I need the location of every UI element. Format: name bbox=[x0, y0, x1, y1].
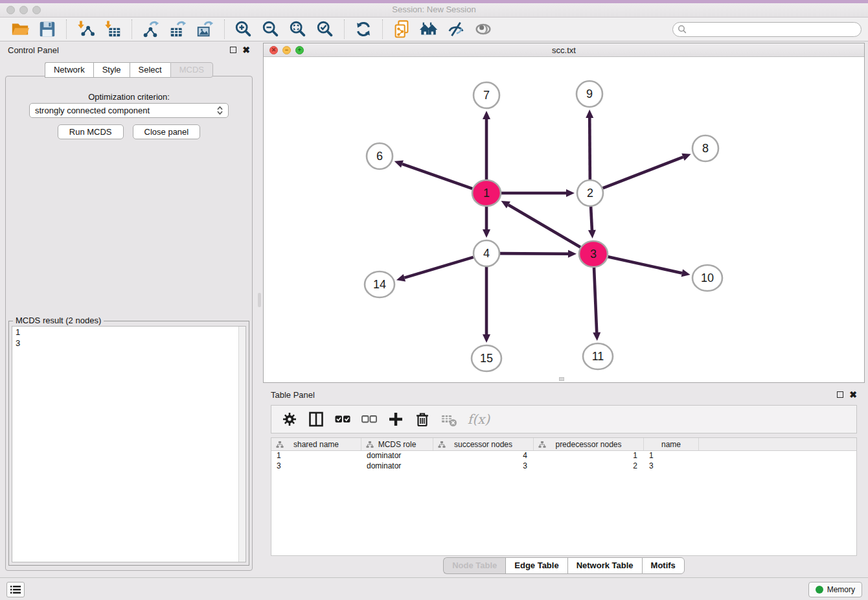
import-network-button[interactable] bbox=[72, 18, 99, 40]
gear-button[interactable] bbox=[278, 408, 301, 431]
column-header-name[interactable]: name bbox=[644, 438, 699, 450]
graph-node-14[interactable]: 14 bbox=[365, 271, 394, 297]
column-header-shared-name[interactable]: shared name bbox=[271, 438, 361, 450]
cell[interactable]: 4 bbox=[433, 451, 534, 461]
export-table-button[interactable] bbox=[165, 18, 192, 40]
criterion-dropdown[interactable]: strongly connected component bbox=[29, 103, 229, 118]
tab-motifs[interactable]: Motifs bbox=[642, 557, 685, 574]
cell[interactable]: 1 bbox=[534, 451, 644, 461]
tab-network[interactable]: Network bbox=[45, 62, 93, 78]
tab-style[interactable]: Style bbox=[93, 62, 130, 78]
sort-column-icon[interactable] bbox=[538, 441, 546, 448]
cell[interactable]: 3 bbox=[644, 461, 699, 472]
zoom-in-button[interactable] bbox=[230, 18, 257, 40]
mcds-result-line: 3 bbox=[12, 338, 246, 349]
network-window-titlebar[interactable]: ✕ − + scc.txt bbox=[264, 43, 864, 57]
cell[interactable]: 1 bbox=[271, 451, 361, 461]
status-bar: Memory bbox=[0, 577, 868, 600]
edge-3-11[interactable] bbox=[594, 268, 597, 332]
tab-node-table[interactable]: Node Table bbox=[443, 557, 505, 574]
float-panel-icon[interactable] bbox=[230, 47, 236, 53]
table-row[interactable]: 3dominator323 bbox=[271, 461, 856, 472]
close-panel-button[interactable]: Close panel bbox=[133, 124, 201, 139]
graph-node-7[interactable]: 7 bbox=[474, 82, 499, 108]
column-header-successor-nodes[interactable]: successor nodes bbox=[433, 438, 534, 450]
select-all-button[interactable] bbox=[331, 408, 354, 431]
run-mcds-button[interactable]: Run MCDS bbox=[58, 124, 124, 139]
show-eye-icon bbox=[474, 19, 493, 39]
copy-network-button[interactable] bbox=[388, 18, 415, 40]
homes-button[interactable] bbox=[415, 18, 442, 40]
cell[interactable]: 3 bbox=[271, 461, 361, 472]
function-builder-button[interactable]: f(x) bbox=[464, 408, 494, 431]
column-header-predecessor-nodes[interactable]: predecessor nodes bbox=[534, 438, 644, 450]
toolbar-separator bbox=[382, 19, 383, 39]
show-panels-button[interactable] bbox=[6, 582, 25, 597]
import-table-button[interactable] bbox=[99, 18, 126, 40]
tab-mcds[interactable]: MCDS bbox=[170, 62, 213, 78]
graph-node-2[interactable]: 2 bbox=[577, 180, 603, 206]
edge-arrowhead bbox=[483, 111, 490, 119]
node-table: shared nameMCDS rolesuccessor nodesprede… bbox=[271, 437, 857, 556]
graph-node-10[interactable]: 10 bbox=[692, 265, 722, 291]
export-image-button[interactable] bbox=[192, 18, 219, 40]
add-button[interactable] bbox=[384, 408, 407, 431]
close-panel-icon[interactable]: ✖ bbox=[242, 45, 250, 54]
graph-node-3[interactable]: 3 bbox=[579, 241, 608, 267]
search-box bbox=[672, 22, 862, 37]
zoom-selected-button[interactable] bbox=[312, 18, 339, 40]
graph-node-11[interactable]: 11 bbox=[583, 343, 613, 369]
search-input[interactable] bbox=[672, 22, 862, 37]
edge-4-14[interactable] bbox=[404, 257, 473, 278]
graph-node-6[interactable]: 6 bbox=[367, 143, 393, 169]
network-graph[interactable]: 7968124314101511 bbox=[264, 57, 864, 382]
network-canvas[interactable]: 7968124314101511 bbox=[264, 57, 864, 382]
export-network-button[interactable] bbox=[137, 18, 165, 40]
table-row[interactable]: 1dominator411 bbox=[271, 451, 856, 461]
graph-node-1[interactable]: 1 bbox=[472, 180, 501, 206]
edge-2-9[interactable] bbox=[589, 118, 590, 179]
refresh-button[interactable] bbox=[350, 18, 377, 40]
graph-node-15[interactable]: 15 bbox=[472, 345, 501, 371]
zoom-fit-button[interactable] bbox=[284, 18, 312, 40]
memory-button[interactable]: Memory bbox=[808, 582, 862, 597]
node-label: 6 bbox=[376, 150, 383, 163]
open-folder-button[interactable] bbox=[6, 18, 34, 40]
delete-button[interactable] bbox=[411, 408, 434, 431]
zoom-out-button[interactable] bbox=[257, 18, 284, 40]
save-button[interactable] bbox=[34, 18, 61, 40]
close-table-panel-icon[interactable]: ✖ bbox=[849, 390, 857, 399]
graph-node-9[interactable]: 9 bbox=[577, 81, 602, 107]
mcds-result-scrollbar[interactable] bbox=[238, 327, 246, 562]
unselect-all-button[interactable] bbox=[358, 408, 381, 431]
cell[interactable]: 1 bbox=[644, 451, 699, 461]
columns-button[interactable] bbox=[304, 408, 328, 431]
mcds-result-list[interactable]: 1 3 bbox=[12, 326, 246, 562]
edge-1-6[interactable] bbox=[402, 164, 472, 189]
column-header-MCDS-role[interactable]: MCDS role bbox=[361, 438, 433, 450]
cell[interactable]: 3 bbox=[433, 461, 534, 472]
edge-3-1[interactable] bbox=[508, 205, 580, 247]
hide-selected-button[interactable] bbox=[442, 18, 470, 40]
sort-column-icon[interactable] bbox=[366, 441, 374, 448]
sort-column-icon[interactable] bbox=[438, 441, 446, 448]
graph-node-4[interactable]: 4 bbox=[474, 240, 499, 266]
panel-splitter-handle[interactable] bbox=[258, 293, 261, 307]
tab-edge-table[interactable]: Edge Table bbox=[505, 557, 567, 574]
sort-column-icon[interactable] bbox=[276, 441, 284, 448]
cell[interactable]: dominator bbox=[361, 451, 433, 461]
cell[interactable]: 2 bbox=[534, 461, 644, 472]
graph-node-8[interactable]: 8 bbox=[692, 135, 718, 161]
table-panel-title: Table Panel bbox=[271, 390, 315, 400]
float-table-panel-icon[interactable] bbox=[837, 391, 843, 398]
edge-3-10[interactable] bbox=[608, 257, 682, 273]
edge-2-8[interactable] bbox=[603, 157, 683, 188]
edge-2-3[interactable] bbox=[591, 207, 592, 230]
show-eye-button[interactable] bbox=[470, 18, 497, 40]
tab-select[interactable]: Select bbox=[130, 62, 170, 78]
edge-4-3[interactable] bbox=[500, 253, 568, 254]
cell[interactable]: dominator bbox=[361, 461, 433, 472]
delete-table-button[interactable] bbox=[437, 408, 461, 431]
canvas-resize-handle[interactable] bbox=[559, 377, 564, 381]
tab-network-table[interactable]: Network Table bbox=[567, 557, 642, 574]
